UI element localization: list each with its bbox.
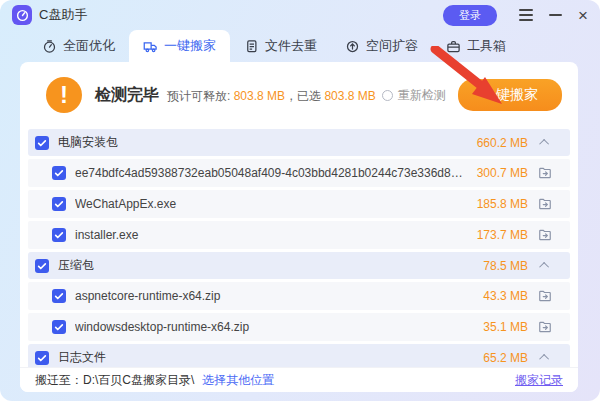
tab-one-click-move[interactable]: 一键搬家: [129, 30, 230, 62]
group-size: 65.2 MB: [466, 351, 528, 365]
checkbox-checked[interactable]: [52, 320, 66, 334]
toolbox-icon: [446, 39, 461, 54]
move-to-label: 搬迁至：: [35, 372, 83, 389]
group-row-installers[interactable]: 电脑安装包 660.2 MB: [28, 129, 570, 156]
file-row[interactable]: WeChatAppEx.exe 185.8 MB: [28, 190, 570, 218]
gauge-icon: [42, 39, 57, 54]
tab-file-dedup[interactable]: 文件去重: [230, 30, 331, 62]
collapse-chevron-icon[interactable]: [528, 262, 562, 269]
minimize-icon[interactable]: [549, 14, 562, 16]
file-row[interactable]: installer.exe 173.7 MB: [28, 221, 570, 249]
move-destination-bar: 搬迁至： D:\百贝C盘搬家目录\ 选择其他位置 搬家记录: [20, 367, 578, 392]
tab-full-optimization[interactable]: 全面优化: [28, 30, 129, 62]
tab-space-expand[interactable]: 空间扩容: [331, 30, 432, 62]
file-row[interactable]: ee74bdfc4ad59388732eab05048af409-4c03bbd…: [28, 159, 570, 187]
main-panel: ! 检测完毕 预计可释放: 803.8 MB，已选 803.8 MB 重新检测 …: [20, 62, 578, 392]
move-file-icon[interactable]: [528, 320, 562, 334]
checkbox-checked[interactable]: [35, 136, 49, 150]
selected-size: 803.8 MB: [324, 89, 375, 103]
tab-toolbox[interactable]: 工具箱: [432, 30, 520, 62]
checkbox-checked[interactable]: [52, 197, 66, 211]
move-file-icon[interactable]: [528, 289, 562, 303]
group-row-archives[interactable]: 压缩包 78.5 MB: [28, 252, 570, 279]
releasable-size: 803.8 MB: [234, 89, 285, 103]
group-size: 660.2 MB: [466, 136, 528, 150]
checkbox-checked[interactable]: [52, 166, 66, 180]
document-icon: [244, 39, 259, 54]
checkbox-checked[interactable]: [52, 228, 66, 242]
collapse-chevron-icon[interactable]: [528, 354, 562, 361]
move-file-icon[interactable]: [528, 166, 562, 180]
group-size: 78.5 MB: [466, 259, 528, 273]
checkbox-checked[interactable]: [35, 351, 49, 365]
app-title: C盘助手: [39, 6, 87, 24]
scan-result-list: 电脑安装包 660.2 MB ee74bdfc4ad59388732eab050…: [28, 129, 570, 371]
truck-icon: [143, 39, 158, 54]
recheck-icon: [382, 90, 393, 101]
checkbox-checked[interactable]: [35, 259, 49, 273]
app-window: C盘助手 登录 × 全面优化 一键搬家 文件去重 空间扩容 工具箱: [0, 0, 600, 401]
tab-bar: 全面优化 一键搬家 文件去重 空间扩容 工具箱: [0, 30, 600, 62]
recheck-button[interactable]: 重新检测: [382, 87, 446, 104]
move-history-link[interactable]: 搬家记录: [515, 372, 563, 389]
file-row[interactable]: windowsdesktop-runtime-x64.zip 35.1 MB: [28, 313, 570, 341]
expand-icon: [345, 39, 360, 54]
scan-status: 检测完毕: [95, 85, 159, 106]
one-click-move-button[interactable]: 一键搬家: [458, 79, 562, 111]
app-logo-icon: [12, 5, 32, 25]
login-button[interactable]: 登录: [443, 5, 497, 26]
scan-summary: ! 检测完毕 预计可释放: 803.8 MB，已选 803.8 MB 重新检测 …: [20, 62, 578, 123]
title-bar: C盘助手 登录 ×: [0, 0, 600, 30]
file-row[interactable]: aspnetcore-runtime-x64.zip 43.3 MB: [28, 282, 570, 310]
menu-icon[interactable]: [519, 9, 533, 21]
warning-icon: !: [46, 77, 82, 113]
move-file-icon[interactable]: [528, 197, 562, 211]
close-icon[interactable]: ×: [578, 7, 588, 24]
scan-detail: 预计可释放: 803.8 MB，已选 803.8 MB: [167, 88, 376, 105]
collapse-chevron-icon[interactable]: [528, 139, 562, 146]
move-file-icon[interactable]: [528, 228, 562, 242]
checkbox-checked[interactable]: [52, 289, 66, 303]
move-to-path: D:\百贝C盘搬家目录\: [83, 372, 194, 389]
choose-location-link[interactable]: 选择其他位置: [202, 372, 274, 389]
